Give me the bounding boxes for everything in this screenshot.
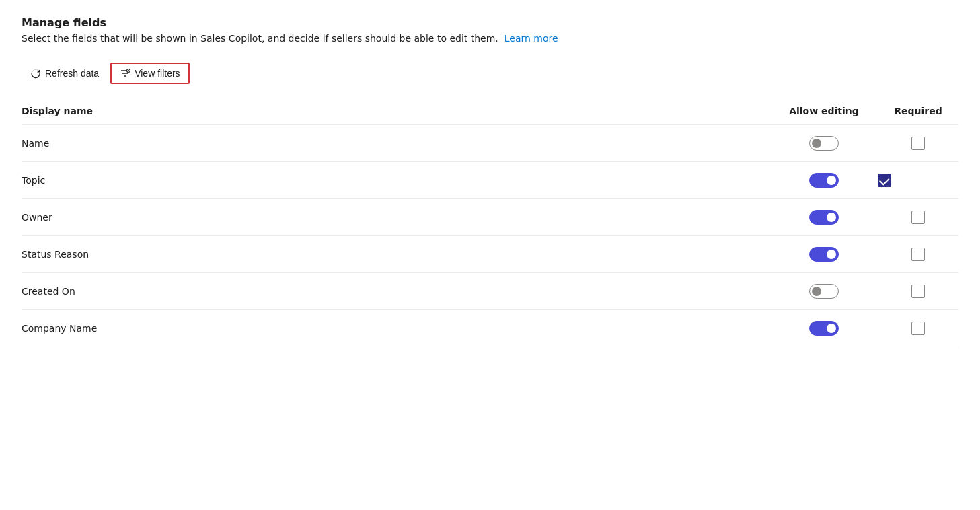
field-display-name: Company Name xyxy=(22,310,770,347)
required-checkbox[interactable] xyxy=(911,285,925,298)
field-editing-toggle-cell[interactable] xyxy=(770,125,878,162)
col-header-required: Required xyxy=(878,100,958,125)
table-header-row: Display name Allow editing Required xyxy=(22,100,958,125)
field-required-checkbox-cell[interactable] xyxy=(878,236,958,273)
field-display-name: Name xyxy=(22,125,770,162)
toggle-switch[interactable] xyxy=(809,247,839,262)
field-editing-toggle-cell[interactable] xyxy=(770,162,878,199)
field-required-checkbox-cell[interactable] xyxy=(878,310,958,347)
table-row: Topic xyxy=(22,162,958,199)
table-row: Company Name xyxy=(22,310,958,347)
toggle-switch[interactable] xyxy=(809,321,839,336)
page-title: Manage fields xyxy=(22,16,958,29)
toolbar: Refresh data View filters xyxy=(22,63,958,84)
col-header-allow-editing: Allow editing xyxy=(770,100,878,125)
field-editing-toggle-cell[interactable] xyxy=(770,199,878,236)
field-display-name: Owner xyxy=(22,199,770,236)
fields-table: Display name Allow editing Required Name… xyxy=(22,100,958,347)
field-display-name: Created On xyxy=(22,273,770,310)
table-row: Created On xyxy=(22,273,958,310)
field-display-name: Topic xyxy=(22,162,770,199)
filter-icon xyxy=(120,68,130,79)
toggle-switch[interactable] xyxy=(809,173,839,188)
page-subtitle: Select the fields that will be shown in … xyxy=(22,33,958,44)
refresh-icon xyxy=(30,68,41,79)
toggle-switch[interactable] xyxy=(809,210,839,225)
required-checkbox[interactable] xyxy=(911,137,925,150)
toggle-switch[interactable] xyxy=(809,284,839,299)
col-header-display-name: Display name xyxy=(22,100,770,125)
field-required-checkbox-cell[interactable] xyxy=(878,199,958,236)
required-checkbox[interactable] xyxy=(911,211,925,224)
required-checkbox[interactable] xyxy=(878,174,891,187)
table-row: Name xyxy=(22,125,958,162)
toggle-switch[interactable] xyxy=(809,136,839,151)
view-filters-button[interactable]: View filters xyxy=(110,63,189,84)
table-row: Owner xyxy=(22,199,958,236)
field-required-checkbox-cell[interactable] xyxy=(878,273,958,310)
field-required-checkbox-cell[interactable] xyxy=(878,162,958,199)
field-editing-toggle-cell[interactable] xyxy=(770,310,878,347)
refresh-data-button[interactable]: Refresh data xyxy=(22,63,108,83)
learn-more-link[interactable]: Learn more xyxy=(504,33,558,44)
required-checkbox[interactable] xyxy=(911,322,925,335)
required-checkbox[interactable] xyxy=(911,248,925,261)
field-editing-toggle-cell[interactable] xyxy=(770,236,878,273)
table-row: Status Reason xyxy=(22,236,958,273)
field-required-checkbox-cell[interactable] xyxy=(878,125,958,162)
field-editing-toggle-cell[interactable] xyxy=(770,273,878,310)
field-display-name: Status Reason xyxy=(22,236,770,273)
